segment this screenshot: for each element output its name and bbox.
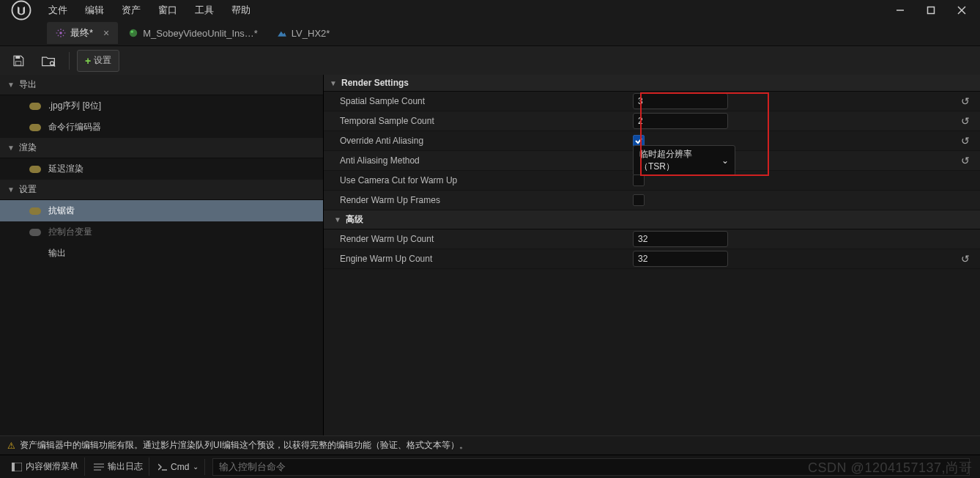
reset-icon[interactable]: ↺ xyxy=(957,135,974,147)
tree-item-jpg[interactable]: .jpg序列 [8位] xyxy=(0,95,323,117)
tree-item-output[interactable]: 输出 xyxy=(0,243,323,264)
browse-button[interactable] xyxy=(35,50,62,72)
tab-label: 最终* xyxy=(70,26,93,40)
svg-rect-2 xyxy=(928,7,935,14)
material-icon xyxy=(128,28,138,38)
reset-icon[interactable]: ↺ xyxy=(957,155,974,166)
svg-rect-9 xyxy=(15,61,21,65)
gear-icon xyxy=(56,28,66,38)
window-controls xyxy=(885,0,977,21)
reset-icon[interactable]: ↺ xyxy=(957,253,974,265)
tab-label: M_SobeyVideoUnlit_Ins…* xyxy=(143,28,258,39)
close-button[interactable] xyxy=(946,0,977,21)
toggle-icon[interactable] xyxy=(29,124,41,131)
svg-point-0 xyxy=(12,1,31,20)
settings-button[interactable]: + 设置 xyxy=(77,50,119,72)
tree-section-settings[interactable]: ▼设置 xyxy=(0,180,323,200)
caret-down-icon: ▼ xyxy=(330,79,337,87)
warning-text: 资产编辑器中的编辑功能有限。通过影片渲染队列UI编辑这个预设，以获得完整的编辑功… xyxy=(20,439,468,452)
tab-material[interactable]: M_SobeyVideoUnlit_Ins…* xyxy=(119,22,267,44)
caret-down-icon: ▼ xyxy=(7,81,15,89)
warning-icon: ⚠ xyxy=(7,441,15,451)
caret-down-icon: ▼ xyxy=(7,185,15,194)
cmd-icon xyxy=(158,463,167,471)
tree-section-render[interactable]: ▼渲染 xyxy=(0,138,323,158)
row-render-warmup-frames: Render Warm Up Frames xyxy=(324,191,980,210)
tree-item-console-vars[interactable]: 控制台变量 xyxy=(0,221,323,243)
spatial-sample-input[interactable] xyxy=(633,93,728,109)
tab-level[interactable]: LV_HX2* xyxy=(268,22,339,44)
row-camera-cut: Use Camera Cut for Warm Up xyxy=(324,171,980,191)
menu-asset[interactable]: 资产 xyxy=(113,1,149,20)
svg-point-7 xyxy=(131,31,134,34)
camera-cut-checkbox[interactable] xyxy=(633,174,645,186)
render-warmup-input[interactable] xyxy=(633,231,728,247)
ue-logo xyxy=(3,0,40,21)
render-warmup-checkbox[interactable] xyxy=(633,194,645,206)
svg-rect-8 xyxy=(15,56,20,59)
status-bar: 内容侧滑菜单 输出日志 Cmd ⌄ CSDN @1204157137,尚哥 xyxy=(0,455,980,478)
row-engine-warmup-count: Engine Warm Up Count ↺ xyxy=(324,249,980,269)
row-spatial-sample: Spatial Sample Count ↺ xyxy=(324,92,980,111)
console-input[interactable] xyxy=(212,458,970,476)
svg-point-5 xyxy=(59,32,62,34)
details-panel: ▼Render Settings Spatial Sample Count ↺ … xyxy=(324,75,980,435)
temporal-sample-input[interactable] xyxy=(633,113,728,129)
reset-icon[interactable]: ↺ xyxy=(957,115,974,127)
maximize-button[interactable] xyxy=(916,0,946,21)
tab-preset[interactable]: 最终* × xyxy=(47,22,118,44)
tree-item-cli-encoder[interactable]: 命令行编码器 xyxy=(0,117,323,138)
menu-file[interactable]: 文件 xyxy=(40,1,76,20)
minimize-button[interactable] xyxy=(885,0,916,21)
menu-bar: 文件 编辑 资产 窗口 工具 帮助 xyxy=(0,0,980,21)
chevron-down-icon: ⌄ xyxy=(721,155,729,166)
content-drawer-button[interactable]: 内容侧滑菜单 xyxy=(6,457,85,476)
row-aa-method: Anti Aliasing Method 临时超分辨率（TSR）⌄ ↺ xyxy=(324,151,980,171)
caret-down-icon: ▼ xyxy=(7,144,15,152)
warning-bar: ⚠ 资产编辑器中的编辑功能有限。通过影片渲染队列UI编辑这个预设，以获得完整的编… xyxy=(0,435,980,455)
reset-icon[interactable]: ↺ xyxy=(957,95,974,107)
toggle-icon[interactable] xyxy=(29,166,41,173)
log-icon xyxy=(94,463,104,471)
save-button[interactable] xyxy=(6,50,31,72)
toggle-icon[interactable] xyxy=(29,229,41,236)
cmd-selector[interactable]: Cmd ⌄ xyxy=(152,459,205,475)
svg-rect-13 xyxy=(12,463,15,471)
close-icon[interactable]: × xyxy=(103,27,109,39)
tab-bar: 最终* × M_SobeyVideoUnlit_Ins…* LV_HX2* xyxy=(0,21,980,45)
menu-help[interactable]: 帮助 xyxy=(223,1,259,20)
output-log-button[interactable]: 输出日志 xyxy=(88,457,149,476)
tree-section-export[interactable]: ▼导出 xyxy=(0,75,323,95)
tab-label: LV_HX2* xyxy=(292,28,330,39)
chevron-down-icon: ⌄ xyxy=(193,463,198,471)
toolbar: + 设置 xyxy=(0,45,980,75)
drawer-icon xyxy=(12,463,22,471)
category-tree: ▼导出 .jpg序列 [8位] 命令行编码器 ▼渲染 延迟渲染 ▼设置 抗锯齿 … xyxy=(0,75,324,435)
level-icon xyxy=(277,28,287,38)
row-temporal-sample: Temporal Sample Count ↺ xyxy=(324,111,980,131)
tree-item-antialias[interactable]: 抗锯齿 xyxy=(0,200,323,221)
advanced-header[interactable]: ▼高级 xyxy=(324,210,980,229)
menu-tools[interactable]: 工具 xyxy=(186,1,223,20)
svg-point-6 xyxy=(130,29,138,37)
details-header[interactable]: ▼Render Settings xyxy=(324,75,980,92)
settings-label: 设置 xyxy=(94,54,111,67)
tree-item-deferred[interactable]: 延迟渲染 xyxy=(0,158,323,180)
engine-warmup-input[interactable] xyxy=(633,251,728,267)
aa-method-combo[interactable]: 临时超分辨率（TSR）⌄ xyxy=(633,145,735,176)
toggle-icon[interactable] xyxy=(29,103,41,110)
plus-icon: + xyxy=(85,55,91,67)
menu-window[interactable]: 窗口 xyxy=(149,1,186,20)
toggle-icon[interactable] xyxy=(29,207,41,215)
caret-down-icon: ▼ xyxy=(334,216,341,224)
row-render-warmup-count: Render Warm Up Count xyxy=(324,229,980,249)
menu-edit[interactable]: 编辑 xyxy=(76,1,113,20)
